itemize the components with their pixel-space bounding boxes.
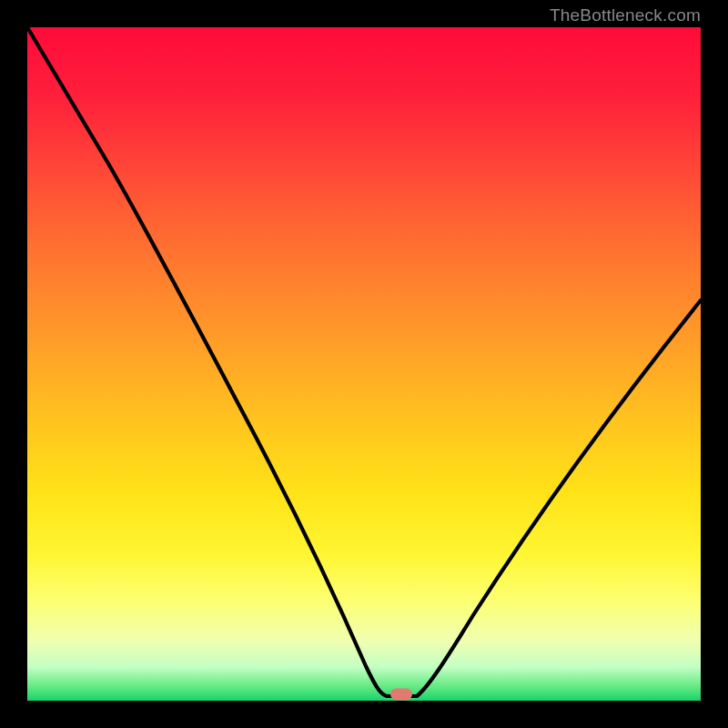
chart-frame: TheBottleneck.com <box>0 0 728 728</box>
plot-area <box>27 27 701 701</box>
curve-path <box>27 27 701 696</box>
watermark-text: TheBottleneck.com <box>550 5 701 25</box>
optimal-point-marker <box>390 688 412 700</box>
bottleneck-curve <box>27 27 701 701</box>
